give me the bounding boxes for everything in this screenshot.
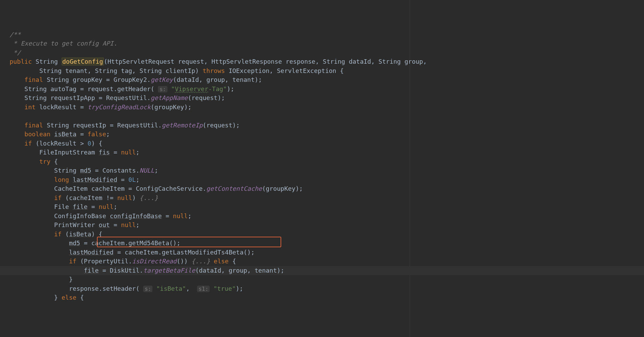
code-line[interactable] [0,112,644,121]
code-line[interactable]: long lastModified = 0L; [0,175,644,185]
code-token: ; [154,167,158,174]
code-token: ); [236,285,243,292]
code-token: long [54,176,73,183]
code-token: else [62,294,80,301]
code-token: ; [136,221,139,228]
code-token: ()) [177,258,191,265]
code-token: (PropertyUtil. [80,258,132,265]
code-token [10,239,69,247]
code-token: ); [227,85,234,92]
code-token: ; [136,149,139,156]
code-line[interactable]: file = DiskUtil.targetBetaFile(dataId, g… [0,266,644,275]
code-token: String autoTag = request.getHeader( [10,85,158,92]
code-line[interactable]: try { [0,157,644,166]
code-line[interactable]: response.setHeader( s: "isBeta", s1: "tr… [0,284,644,294]
code-token: String [10,167,80,174]
code-token: (HttpServletRequest request, HttpServlet… [104,58,427,65]
code-line[interactable]: final String groupKey = GroupKey2.getKey… [0,75,644,85]
code-line[interactable]: CacheItem cacheItem = ConfigCacheService… [0,184,644,194]
code-token: if [24,140,36,147]
code-token: ; [106,130,110,138]
code-line[interactable]: int lockResult = tryConfigReadLock(group… [0,103,644,112]
code-token [152,285,156,292]
code-token: lastModified [73,176,117,183]
code-line[interactable]: if (PropertyUtil.isDirectRead()) {...} e… [0,257,644,266]
code-token: null [121,149,136,156]
code-line[interactable]: if (cacheItem != null) {...} [0,194,644,203]
code-line[interactable]: } [0,275,644,284]
code-line[interactable]: */ [0,48,644,58]
code-line[interactable]: md5 = cacheItem.getMd54Beta(); [0,239,644,248]
code-line[interactable]: String requestIpApp = RequestUtil.getApp… [0,93,644,103]
code-token: if [69,258,80,265]
code-line[interactable]: final String requestIp = RequestUtil.get… [0,121,644,130]
code-token: throws [203,67,229,74]
code-token [210,285,213,292]
code-token: = [88,203,99,210]
code-token: FileInputStream [10,149,99,156]
code-line[interactable]: String tenant, String tag, String client… [0,66,644,76]
code-token: s1: [197,286,210,292]
code-token: isBeta [69,230,91,238]
code-line[interactable]: /** [0,30,644,39]
code-token: isBeta [54,130,76,138]
code-line[interactable]: String autoTag = request.getHeader( s: "… [0,85,644,94]
code-token: file [84,267,99,274]
code-token: = [117,176,128,183]
code-token: final [24,122,47,129]
code-line[interactable]: } else { [0,293,644,302]
code-token: null [99,203,113,210]
code-token: ; [188,212,191,220]
code-token [10,258,69,265]
code-token: lockResult = [39,103,88,111]
code-line[interactable]: FileInputStream fis = null; [0,148,644,157]
code-token: ) [132,194,140,201]
code-line[interactable]: lastModified = cacheItem.getLastModified… [0,248,644,257]
code-token: Vipserver [175,85,208,92]
code-token [10,122,24,129]
code-token [10,140,24,147]
code-line[interactable]: if (isBeta) { [0,230,644,239]
code-token: String [47,122,73,129]
code-line[interactable]: public String doGetConfig(HttpServletReq… [0,57,644,66]
code-lines-container: /** * Execute to get config API. */publi… [0,30,644,302]
code-token: file [73,203,87,210]
code-token: = DiskUtil. [99,267,143,274]
code-line[interactable]: PrintWriter out = null; [0,221,644,230]
code-token [10,267,84,274]
code-token: = [76,130,88,138]
code-token: getAppName [151,94,188,101]
code-token: tryConfigReadLock [88,103,151,111]
code-token: md5 [80,167,91,174]
code-token [10,194,54,201]
code-line[interactable]: ConfigInfoBase configInfoBase = null; [0,212,644,221]
code-token: configInfoBase [110,212,162,220]
code-token: } [10,276,73,283]
code-token: null [121,221,136,228]
code-token: isDirectRead [132,258,177,265]
code-line[interactable]: boolean isBeta = false; [0,130,644,139]
code-line[interactable]: if (lockResult > 0) { [0,139,644,148]
code-token: String [47,76,73,83]
code-token: doGetConfig [62,58,104,65]
code-token: = [110,149,121,156]
code-token: = [162,212,173,220]
code-token: public [10,58,36,65]
code-token: (dataId, group, tenant); [173,76,262,83]
code-token [10,130,24,138]
code-line[interactable]: * Execute to get config API. [0,39,644,48]
code-token: CacheItem cacheItem = ConfigCacheService… [10,185,206,192]
code-token: = [110,221,121,228]
code-line[interactable]: String md5 = Constants.NULL; [0,166,644,175]
code-token: IOException, ServletException { [228,67,344,74]
code-token: (cacheItem != [65,194,117,201]
code-token: try [39,158,54,165]
code-line[interactable]: File file = null; [0,202,644,212]
code-editor[interactable]: /** * Execute to get config API. */publi… [0,0,644,337]
code-token: else [214,258,232,265]
code-token: md5 [69,239,80,247]
code-token: getContentCache [206,185,262,192]
code-token: false [88,130,106,138]
code-token [10,249,69,256]
code-token: * Execute to get config API. [10,40,117,47]
